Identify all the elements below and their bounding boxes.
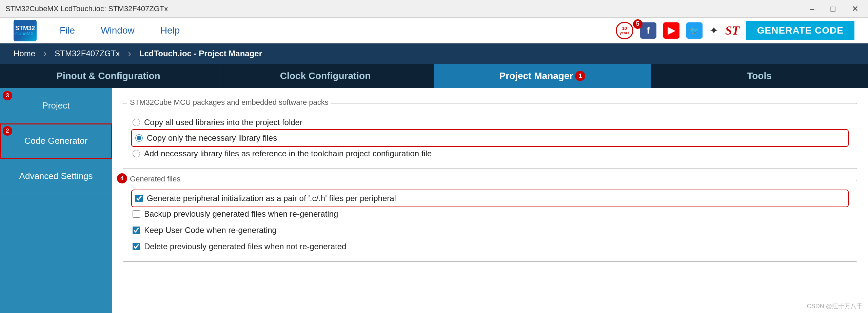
tab-project-manager[interactable]: Project Manager 1 bbox=[434, 64, 651, 88]
tab-badge-1: 1 bbox=[575, 71, 585, 81]
youtube-icon[interactable]: ▶ bbox=[663, 22, 679, 39]
tab-pinout[interactable]: Pinout & Configuration bbox=[0, 64, 217, 88]
label-copy-necessary: Copy only the necessary library files bbox=[147, 133, 277, 143]
sidebar-item-code-generator[interactable]: Code Generator 2 bbox=[0, 123, 112, 159]
mcu-section: STM32Cube MCU packages and embedded soft… bbox=[123, 103, 857, 169]
sidebar: Project 3 Code Generator 2 Advanced Sett… bbox=[0, 88, 112, 313]
option-generate-peripheral: Generate peripheral initialization as a … bbox=[133, 191, 847, 206]
logo-cube: CubeMX bbox=[15, 31, 35, 36]
checkbox-keep-user-code[interactable] bbox=[133, 227, 140, 234]
logo-stm: STM32 bbox=[15, 25, 35, 31]
sidebar-item-project-label: Project bbox=[42, 100, 70, 111]
radio-add-reference[interactable] bbox=[133, 150, 140, 157]
option-backup: Backup previously generated files when r… bbox=[133, 206, 847, 222]
breadcrumb: Home › STM32F407ZGTx › LcdTouch.ioc - Pr… bbox=[0, 43, 868, 64]
maximize-button[interactable]: □ bbox=[827, 3, 840, 15]
sidebar-item-code-generator-label: Code Generator bbox=[24, 136, 87, 146]
sidebar-item-project[interactable]: Project 3 bbox=[0, 88, 112, 123]
label-delete-generated: Delete previously generated files when n… bbox=[144, 242, 346, 251]
mcu-section-title: STM32Cube MCU packages and embedded soft… bbox=[127, 98, 331, 107]
tab-clock[interactable]: Clock Configuration bbox=[217, 64, 434, 88]
sidebar-item-advanced-settings[interactable]: Advanced Settings bbox=[0, 159, 112, 194]
label-copy-all: Copy all used libraries into the project… bbox=[144, 118, 302, 127]
option-copy-all: Copy all used libraries into the project… bbox=[133, 114, 847, 131]
watermark: CSDN @汪十万八千 bbox=[807, 302, 863, 310]
breadcrumb-home[interactable]: Home bbox=[7, 43, 42, 64]
generated-files-section: Generated files 4 Generate peripheral in… bbox=[123, 180, 857, 262]
option-keep-user-code: Keep User Code when re-generating bbox=[133, 222, 847, 238]
star-network-icon: ✦ bbox=[709, 24, 718, 37]
sidebar-item-advanced-settings-label: Advanced Settings bbox=[19, 171, 93, 181]
tab-tools[interactable]: Tools bbox=[651, 64, 868, 88]
breadcrumb-mcu[interactable]: STM32F407ZGTx bbox=[48, 43, 126, 64]
label-backup: Backup previously generated files when r… bbox=[144, 209, 338, 219]
generated-section-title: Generated files bbox=[127, 175, 183, 183]
label-keep-user-code: Keep User Code when re-generating bbox=[144, 226, 277, 235]
checkbox-generate-peripheral[interactable] bbox=[135, 195, 143, 202]
menu-file[interactable]: File bbox=[57, 24, 78, 37]
option-add-reference: Add necessary library files as reference… bbox=[133, 145, 847, 162]
main-area: Project 3 Code Generator 2 Advanced Sett… bbox=[0, 88, 868, 313]
badge-10years: 10 years 5 bbox=[616, 22, 633, 39]
breadcrumb-sep-2: › bbox=[128, 48, 131, 59]
label-add-reference: Add necessary library files as reference… bbox=[144, 149, 432, 158]
option-delete-generated: Delete previously generated files when n… bbox=[133, 238, 847, 255]
checkbox-delete-generated[interactable] bbox=[133, 243, 140, 250]
close-button[interactable]: ✕ bbox=[848, 3, 863, 15]
content-area: STM32Cube MCU packages and embedded soft… bbox=[112, 88, 868, 313]
menu-bar: STM32 CubeMX File Window Help 10 years 5… bbox=[0, 18, 868, 43]
badge-4: 4 bbox=[117, 173, 127, 183]
badge-number-5: 5 bbox=[633, 19, 643, 29]
app-title: STM32CubeMX LcdTouch.ioc: STM32F407ZGTx bbox=[5, 4, 168, 13]
label-generate-peripheral: Generate peripheral initialization as a … bbox=[147, 194, 396, 203]
radio-copy-necessary[interactable] bbox=[135, 134, 143, 142]
menu-help[interactable]: Help bbox=[158, 24, 183, 37]
logo: STM32 CubeMX bbox=[14, 20, 37, 41]
breadcrumb-project[interactable]: LcdTouch.ioc - Project Manager bbox=[133, 43, 269, 64]
tab-bar: Pinout & Configuration Clock Configurati… bbox=[0, 64, 868, 88]
sidebar-badge-2: 2 bbox=[3, 126, 12, 136]
facebook-icon[interactable]: f bbox=[640, 22, 656, 39]
radio-copy-all[interactable] bbox=[133, 119, 140, 126]
twitter-icon[interactable]: 🐦 bbox=[686, 22, 703, 39]
title-bar: STM32CubeMX LcdTouch.ioc: STM32F407ZGTx … bbox=[0, 0, 868, 18]
generate-code-button[interactable]: GENERATE CODE bbox=[746, 21, 854, 40]
sidebar-badge-3: 3 bbox=[3, 91, 12, 100]
option-copy-necessary: Copy only the necessary library files bbox=[133, 131, 847, 145]
minimize-button[interactable]: – bbox=[806, 3, 818, 15]
st-logo: ST bbox=[725, 23, 739, 38]
menu-window[interactable]: Window bbox=[98, 24, 137, 37]
checkbox-backup[interactable] bbox=[133, 210, 140, 218]
breadcrumb-sep-1: › bbox=[43, 48, 46, 59]
